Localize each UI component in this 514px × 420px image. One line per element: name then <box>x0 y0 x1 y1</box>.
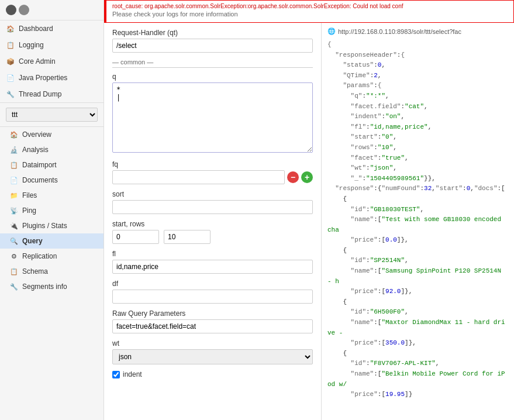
sub-nav-files-label: Files <box>22 191 37 199</box>
fq-input[interactable] <box>112 170 285 184</box>
thread-dump-icon: 🔧 <box>6 89 15 99</box>
sidebar-item-thread-dump-label: Thread Dump <box>19 90 61 98</box>
response-url-bar: 🌐 http://192.168.0.110:8983/solr/ttt/sel… <box>327 27 508 35</box>
top-nav: 🏠 Dashboard 📋 Logging 📦 Core Admin 📄 Jav… <box>0 20 104 103</box>
overview-icon: 🏠 <box>9 130 19 139</box>
logo-area <box>0 0 104 20</box>
request-handler-input[interactable] <box>112 39 313 53</box>
main-content: root_cause: org.apache.solr.common.SolrE… <box>104 0 514 420</box>
sidebar-item-logging-label: Logging <box>19 41 44 49</box>
sub-nav-item-query[interactable]: 🔍 Query <box>0 233 104 249</box>
fq-add-button[interactable]: + <box>301 171 313 183</box>
start-rows-label: start, rows <box>112 220 313 228</box>
sidebar-item-dashboard-label: Dashboard <box>19 25 53 33</box>
q-group: q * | <box>112 73 313 154</box>
fq-label: fq <box>112 160 313 168</box>
error-banner: root_cause: org.apache.solr.common.SolrE… <box>104 0 514 23</box>
core-selector-wrapper: ttt <box>0 103 104 127</box>
indent-group: indent <box>112 370 313 378</box>
sub-nav: 🏠 Overview 🔬 Analysis 📋 Dataimport 📄 Doc… <box>0 127 104 294</box>
df-group: df <box>112 280 313 304</box>
dashboard-icon: 🏠 <box>6 24 15 33</box>
sidebar-item-logging[interactable]: 📋 Logging <box>0 37 104 53</box>
sub-nav-segments-label: Segments info <box>22 283 67 291</box>
sub-nav-overview-label: Overview <box>22 130 51 139</box>
sub-nav-item-analysis[interactable]: 🔬 Analysis <box>0 142 104 157</box>
fq-row: − + <box>112 170 313 184</box>
sort-group: sort <box>112 190 313 214</box>
java-properties-icon: 📄 <box>6 73 15 82</box>
core-admin-icon: 📦 <box>6 57 15 66</box>
rows-input[interactable] <box>164 230 211 244</box>
wt-label: wt <box>112 339 313 347</box>
start-rows-group: start, rows <box>112 220 313 244</box>
sidebar: 🏠 Dashboard 📋 Logging 📦 Core Admin 📄 Jav… <box>0 0 104 420</box>
sub-nav-item-files[interactable]: 📁 Files <box>0 188 104 203</box>
plugins-icon: 🔌 <box>9 221 19 230</box>
sub-nav-item-dataimport[interactable]: 📋 Dataimport <box>0 157 104 173</box>
df-label: df <box>112 280 313 288</box>
q-label: q <box>112 73 313 81</box>
raw-params-input[interactable] <box>112 319 313 333</box>
files-icon: 📁 <box>9 191 19 200</box>
sub-nav-item-ping[interactable]: 📡 Ping <box>0 203 104 218</box>
sub-nav-ping-label: Ping <box>22 206 36 215</box>
df-input[interactable] <box>112 290 313 304</box>
core-selector-dropdown[interactable]: ttt <box>6 108 98 122</box>
request-handler-group: Request-Handler (qt) <box>112 29 313 53</box>
sub-nav-analysis-label: Analysis <box>22 146 49 154</box>
request-handler-label: Request-Handler (qt) <box>112 29 313 37</box>
sub-nav-item-schema[interactable]: 📋 Schema <box>0 264 104 279</box>
q-input[interactable]: * | <box>112 82 313 153</box>
sidebar-item-java-properties-label: Java Properties <box>19 74 67 82</box>
sub-nav-item-segments-info[interactable]: 🔧 Segments info <box>0 279 104 294</box>
response-url-text: http://192.168.0.110:8983/solr/ttt/selec… <box>338 28 461 35</box>
sub-nav-plugins-label: Plugins / Stats <box>22 222 67 230</box>
response-panel: 🌐 http://192.168.0.110:8983/solr/ttt/sel… <box>322 23 514 420</box>
sub-nav-item-replication[interactable]: ⚙ Replication <box>0 249 104 264</box>
raw-params-label: Raw Query Parameters <box>112 309 313 318</box>
logo-icon-1 <box>6 5 16 15</box>
sort-input[interactable] <box>112 200 313 214</box>
documents-icon: 📄 <box>9 175 19 185</box>
sort-label: sort <box>112 190 313 198</box>
indent-checkbox[interactable] <box>112 371 120 378</box>
dataimport-icon: 📋 <box>9 160 19 170</box>
raw-params-group: Raw Query Parameters <box>112 309 313 333</box>
sidebar-item-java-properties[interactable]: 📄 Java Properties <box>0 70 104 86</box>
ping-icon: 📡 <box>9 206 19 215</box>
sub-nav-item-overview[interactable]: 🏠 Overview <box>0 127 104 142</box>
segments-icon: 🔧 <box>9 282 19 291</box>
indent-row: indent <box>112 370 313 378</box>
content-area: Request-Handler (qt) — common — q * | fq… <box>104 23 514 420</box>
query-form: Request-Handler (qt) — common — q * | fq… <box>104 23 322 420</box>
sub-nav-replication-label: Replication <box>22 252 57 260</box>
query-icon: 🔍 <box>9 236 19 246</box>
indent-label: indent <box>123 370 142 378</box>
fq-group: fq − + <box>112 160 313 184</box>
sidebar-item-dashboard[interactable]: 🏠 Dashboard <box>0 20 104 37</box>
fl-input[interactable] <box>112 260 313 274</box>
schema-icon: 📋 <box>9 267 19 276</box>
sidebar-item-core-admin[interactable]: 📦 Core Admin <box>0 53 104 70</box>
replication-icon: ⚙ <box>9 252 19 261</box>
sub-nav-item-plugins-stats[interactable]: 🔌 Plugins / Stats <box>0 218 104 233</box>
fq-remove-button[interactable]: − <box>287 171 299 183</box>
fl-group: fl <box>112 250 313 274</box>
common-section-header: — common — <box>112 58 313 68</box>
start-rows-inputs <box>112 230 313 244</box>
wt-select[interactable]: json xml python ruby php csv <box>112 349 313 364</box>
start-input[interactable] <box>112 230 159 244</box>
sub-nav-item-documents[interactable]: 📄 Documents <box>0 173 104 188</box>
sub-nav-query-label: Query <box>22 237 43 245</box>
logo-icon-2 <box>19 5 29 15</box>
sub-nav-schema-label: Schema <box>22 267 48 276</box>
response-url-icon: 🌐 <box>327 27 336 35</box>
error-main-text: root_cause: org.apache.solr.common.SolrE… <box>112 3 508 9</box>
sub-nav-dataimport-label: Dataimport <box>22 161 57 169</box>
analysis-icon: 🔬 <box>9 145 19 154</box>
sub-nav-documents-label: Documents <box>22 176 58 184</box>
sidebar-item-core-admin-label: Core Admin <box>19 57 56 66</box>
fl-label: fl <box>112 250 313 258</box>
sidebar-item-thread-dump[interactable]: 🔧 Thread Dump <box>0 86 104 102</box>
